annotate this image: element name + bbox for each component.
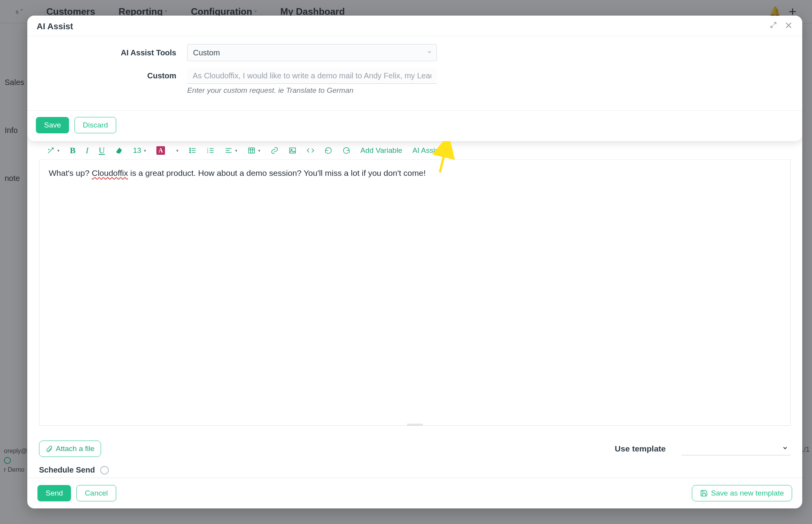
text-color-caret[interactable]: ▾	[175, 148, 179, 153]
ai-custom-label: Custom	[39, 68, 179, 80]
schedule-send-label: Schedule Send	[39, 466, 95, 474]
editor-area: ▾ B I U 13 ▾ A ▾ 123 ▾ ▾	[27, 142, 802, 430]
ai-panel-title: AI Assist	[37, 21, 73, 32]
chevron-down-icon	[782, 445, 788, 453]
undo-icon[interactable]	[324, 147, 332, 154]
svg-rect-15	[249, 148, 255, 153]
compose-modal: AI Assist AI Assist Tools Custom	[27, 16, 802, 508]
svg-point-1	[190, 150, 191, 151]
schedule-row: Schedule Send	[27, 458, 802, 478]
image-icon[interactable]	[289, 147, 296, 154]
editor-text-1: What's up?	[49, 168, 92, 177]
save-template-button[interactable]: Save as new template	[692, 485, 792, 501]
redo-icon[interactable]	[342, 147, 350, 154]
editor-text-2: is a great product. How about a demo ses…	[128, 168, 426, 177]
save-button[interactable]: Save	[36, 117, 69, 133]
svg-text:3: 3	[207, 151, 208, 154]
schedule-send-toggle[interactable]	[100, 466, 109, 474]
cancel-button[interactable]: Cancel	[76, 485, 116, 501]
attach-file-button[interactable]: Attach a file	[39, 441, 101, 457]
italic-button[interactable]: I	[86, 145, 89, 156]
compose-footer: Send Cancel Save as new template	[27, 478, 802, 508]
close-icon[interactable]	[784, 21, 793, 32]
svg-point-0	[190, 148, 191, 149]
send-button[interactable]: Send	[37, 485, 71, 501]
chevron-down-icon	[427, 50, 432, 56]
ai-custom-input[interactable]	[187, 68, 437, 84]
expand-icon[interactable]	[769, 21, 777, 32]
editor-toolbar: ▾ B I U 13 ▾ A ▾ 123 ▾ ▾	[39, 142, 791, 160]
ai-tools-select[interactable]: Custom	[187, 44, 437, 61]
unordered-list-icon[interactable]	[189, 147, 197, 154]
link-icon[interactable]	[271, 147, 278, 154]
align-icon[interactable]: ▾	[225, 147, 238, 154]
font-size-select[interactable]: 13 ▾	[133, 146, 146, 155]
ai-panel-header: AI Assist	[27, 16, 802, 36]
underline-button[interactable]: U	[99, 145, 105, 156]
save-template-label: Save as new template	[711, 489, 784, 497]
svg-point-2	[190, 152, 191, 153]
ordered-list-icon[interactable]: 123	[207, 147, 215, 154]
meta-row: Attach a file Use template	[27, 430, 802, 458]
bold-button[interactable]: B	[70, 145, 76, 156]
magic-wand-icon[interactable]: ▾	[47, 147, 60, 154]
svg-rect-19	[290, 148, 296, 153]
use-template-label: Use template	[615, 444, 666, 453]
discard-button[interactable]: Discard	[74, 117, 116, 133]
ai-tools-label: AI Assist Tools	[39, 48, 179, 57]
resize-handle[interactable]	[407, 423, 423, 426]
ai-assist-panel: AI Assist AI Assist Tools Custom	[27, 16, 802, 142]
template-select[interactable]	[681, 442, 791, 455]
editor-content[interactable]: What's up? Cloudoffix is a great product…	[39, 160, 791, 426]
text-color-button[interactable]: A	[156, 146, 165, 155]
ai-tools-value: Custom	[193, 48, 220, 57]
code-icon[interactable]	[307, 147, 314, 154]
add-variable-button[interactable]: Add Variable	[360, 146, 402, 155]
ai-custom-helper: Enter your custom request. ie Translate …	[187, 86, 437, 95]
eraser-icon[interactable]	[115, 147, 123, 154]
attach-file-label: Attach a file	[56, 444, 94, 453]
ai-assist-button[interactable]: AI Assist	[412, 146, 441, 155]
editor-spellword: Cloudoffix	[92, 168, 128, 177]
table-icon[interactable]: ▾	[248, 147, 261, 154]
